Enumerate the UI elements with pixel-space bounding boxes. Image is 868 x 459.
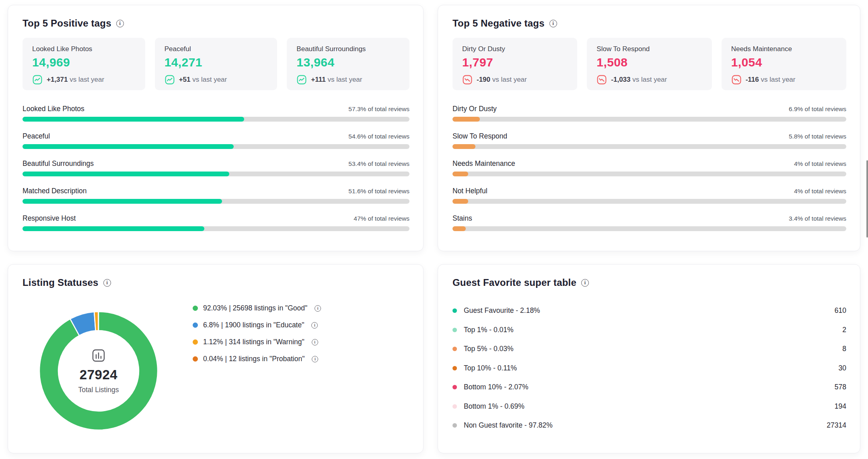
positive-tag-bars: Looked Like Photos57.3% of total reviews… — [23, 105, 409, 231]
tag-bar-row: Slow To Respond5.8% of total reviews — [453, 132, 846, 149]
negative-panel-header: Top 5 Negative tags i — [453, 17, 846, 29]
panel-title: Top 5 Negative tags — [453, 18, 545, 29]
segment-value: 27314 — [827, 421, 846, 430]
info-icon[interactable]: i — [103, 279, 111, 287]
positive-stat-cards: Looked Like Photos 14,969 +1,371 vs last… — [23, 38, 409, 90]
stat-card-value: 1,797 — [462, 56, 568, 69]
panel-title: Top 5 Positive tags — [23, 18, 111, 29]
progress-track — [453, 199, 846, 204]
tag-label: Slow To Respond — [453, 132, 507, 141]
tag-bar-row: Needs Maintenance4% of total reviews — [453, 159, 846, 176]
dashboard-page: Top 5 Positive tags i Looked Like Photos… — [0, 0, 868, 459]
delta-value: +111 — [311, 76, 325, 83]
segment-dot — [453, 347, 457, 351]
tag-label: Looked Like Photos — [23, 105, 84, 113]
segment-label: Non Guest favorite - 97.82% — [464, 421, 553, 430]
tag-label: Dirty Or Dusty — [453, 105, 497, 113]
segment-label: Top 10% - 0.11% — [464, 364, 517, 372]
segment-value: 610 — [835, 306, 846, 315]
stat-card-label: Slow To Respond — [596, 45, 702, 53]
legend-label: 92.03% | 25698 listings in "Good" — [203, 304, 307, 312]
total-listings-label: Total Listings — [78, 386, 119, 394]
negative-stat-cards: Dirty Or Dusty 1,797 -190 vs last year S… — [453, 38, 846, 90]
stat-card-delta: -1,033 vs last year — [596, 74, 702, 85]
tag-label: Responsive Host — [23, 214, 76, 223]
legend-item: 0.04% | 12 listings in "Probation" i — [193, 354, 321, 364]
negative-tags-panel: Top 5 Negative tags i Dirty Or Dusty 1,7… — [438, 5, 860, 251]
stat-card-delta: -190 vs last year — [462, 74, 568, 85]
stat-card-value: 1,054 — [731, 56, 837, 69]
progress-track — [23, 144, 409, 149]
legend-label: 1.12% | 314 listings in "Warning" — [203, 338, 304, 346]
guest-favorite-header: Guest Favorite super table i — [453, 277, 846, 289]
tag-label: Matched Description — [23, 187, 87, 195]
tag-label: Stains — [453, 214, 472, 223]
scrollbar-thumb[interactable] — [866, 160, 868, 238]
segment-dot — [453, 328, 457, 332]
stat-card: Dirty Or Dusty 1,797 -190 vs last year — [453, 38, 577, 90]
tag-percent: 3.4% of total reviews — [789, 215, 846, 222]
legend-dot — [193, 356, 198, 362]
segment-value: 578 — [835, 383, 846, 391]
info-icon[interactable]: i — [549, 20, 557, 27]
segment-label: Top 1% - 0.01% — [464, 326, 514, 334]
progress-track — [23, 117, 409, 122]
info-icon[interactable]: i — [315, 305, 321, 312]
negative-tag-bars: Dirty Or Dusty6.9% of total reviews Slow… — [453, 105, 846, 231]
panel-title: Listing Statuses — [23, 277, 99, 288]
stat-card-value: 1,508 — [596, 56, 702, 69]
progress-fill — [23, 117, 244, 122]
progress-fill — [23, 144, 234, 149]
progress-track — [453, 226, 846, 231]
positive-tags-panel: Top 5 Positive tags i Looked Like Photos… — [8, 5, 424, 251]
progress-fill — [453, 199, 468, 204]
progress-track — [23, 199, 409, 204]
delta-suffix: vs last year — [632, 76, 667, 83]
delta-value: -1,033 — [611, 76, 630, 83]
legend-dot — [193, 306, 198, 311]
progress-fill — [23, 172, 229, 176]
trend-down-icon — [596, 74, 607, 85]
legend-dot — [193, 339, 198, 345]
listing-status-donut[interactable]: 27924 Total Listings — [39, 311, 158, 431]
stat-card-delta: +51 vs last year — [165, 74, 268, 85]
tag-bar-row: Not Helpful4% of total reviews — [453, 187, 846, 204]
info-icon[interactable]: i — [312, 339, 318, 345]
progress-track — [453, 172, 846, 176]
segment-label: Bottom 1% - 0.69% — [464, 402, 525, 411]
progress-fill — [453, 144, 475, 149]
stat-card: Looked Like Photos 14,969 +1,371 vs last… — [23, 38, 145, 90]
stat-card-value: 13,964 — [296, 56, 400, 69]
segment-value: 2 — [842, 326, 846, 334]
progress-fill — [23, 226, 204, 231]
stat-card-value: 14,271 — [165, 56, 268, 69]
stat-card-label: Beautiful Surroundings — [296, 45, 400, 53]
tag-label: Needs Maintenance — [453, 159, 515, 168]
segment-label: Bottom 10% - 2.07% — [464, 383, 529, 391]
legend-label: 6.8% | 1900 listings in "Educate" — [203, 321, 304, 329]
tag-bar-row: Responsive Host47% of total reviews — [23, 214, 409, 231]
table-row: Top 10% - 0.11% 30 — [453, 359, 846, 378]
listing-statuses-content: 27924 Total Listings 92.03% | 25698 list… — [23, 299, 409, 431]
stat-card-label: Looked Like Photos — [32, 45, 136, 53]
progress-track — [23, 226, 409, 231]
tag-percent: 54.6% of total reviews — [348, 133, 409, 140]
trend-up-icon — [32, 74, 43, 85]
tag-percent: 51.6% of total reviews — [348, 188, 409, 195]
progress-track — [453, 117, 846, 122]
tag-bar-row: Peaceful54.6% of total reviews — [23, 132, 409, 149]
total-listings-value: 27924 — [80, 367, 117, 382]
stat-card: Beautiful Surroundings 13,964 +111 vs la… — [287, 38, 409, 90]
info-icon[interactable]: i — [116, 20, 124, 27]
info-icon[interactable]: i — [581, 279, 589, 287]
progress-fill — [453, 226, 466, 231]
tag-label: Beautiful Surroundings — [23, 159, 94, 168]
segment-value: 194 — [835, 402, 846, 411]
segment-dot — [453, 308, 457, 313]
info-icon[interactable]: i — [312, 356, 318, 362]
info-icon[interactable]: i — [311, 322, 318, 329]
progress-track — [453, 144, 846, 149]
bar-chart-icon — [91, 348, 106, 363]
delta-value: -116 — [746, 76, 759, 83]
trend-down-icon — [731, 74, 742, 85]
